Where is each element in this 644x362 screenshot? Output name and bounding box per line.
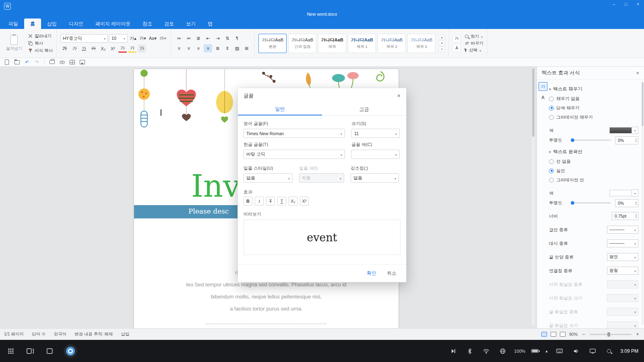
outline-option-solid[interactable]: 실선 xyxy=(549,166,638,175)
font-color-select[interactable] xyxy=(351,150,400,159)
join-type-select[interactable]: 원형 xyxy=(607,267,638,275)
shading-button[interactable]: ▨ xyxy=(233,44,241,52)
battery-icon[interactable] xyxy=(531,349,539,353)
table-icon[interactable] xyxy=(69,60,75,65)
superscript-button[interactable]: X² xyxy=(109,45,117,53)
outline-view-icon[interactable] xyxy=(560,332,566,337)
keyboard-icon[interactable] xyxy=(554,346,565,356)
paste-button[interactable]: 붙여넣기 xyxy=(4,33,25,53)
cancel-button[interactable]: 취소 xyxy=(387,270,396,277)
radio-icon[interactable] xyxy=(549,106,554,111)
show-marks-button[interactable]: ¶ xyxy=(233,34,241,42)
numbering-button[interactable]: ≕ xyxy=(184,34,193,42)
text-effects-icon[interactable] xyxy=(452,35,461,43)
style-item-heading1[interactable]: 가나다AaB 제목 1 xyxy=(348,34,376,53)
text-fill-tab-icon[interactable]: 가 xyxy=(539,82,547,91)
font-family-select[interactable]: HY중고딕 xyxy=(60,34,108,43)
find-button[interactable]: 찾기 xyxy=(465,34,483,39)
network-globe-icon[interactable] xyxy=(497,346,508,356)
tab-view[interactable]: 보기 xyxy=(180,19,202,29)
clock[interactable]: 3:09 PM xyxy=(620,348,638,354)
clear-formatting-button[interactable]: 가× xyxy=(159,34,167,42)
effect-strikethrough-toggle[interactable]: T xyxy=(266,197,275,206)
effect-bold-toggle[interactable]: B xyxy=(244,197,252,206)
korean-font-select[interactable]: 바탕 고딕 xyxy=(244,150,345,159)
slider-handle[interactable] xyxy=(571,201,574,205)
borders-button[interactable]: ⊞ xyxy=(242,44,251,52)
tab-file[interactable]: 파일 xyxy=(2,19,24,29)
media-next-icon[interactable] xyxy=(448,346,458,356)
tab-home[interactable]: 홈 xyxy=(24,19,41,29)
outline-transparency-value[interactable]: 0% xyxy=(615,199,638,207)
slider-handle[interactable] xyxy=(571,138,574,142)
fill-option-none[interactable]: 채우기 없음 xyxy=(549,94,638,103)
line-spacing-button[interactable]: ⇕ xyxy=(223,44,231,52)
print-layout-view-icon[interactable] xyxy=(541,332,547,337)
effect-subscript-toggle[interactable]: X₂ xyxy=(289,197,297,206)
increase-indent-button[interactable]: ⇥ xyxy=(213,34,222,42)
decrease-indent-button[interactable]: ⇤ xyxy=(204,34,212,42)
character-shading-button[interactable]: 가 xyxy=(138,45,146,53)
tab-extra[interactable]: 탭 xyxy=(202,19,219,29)
replace-button[interactable]: 바꾸기 xyxy=(465,41,483,46)
font-color-button[interactable]: 가 xyxy=(118,45,127,53)
align-center-button[interactable]: ≡ xyxy=(184,44,193,52)
language[interactable]: 한국어 xyxy=(54,331,66,337)
align-left-button[interactable]: ≡ xyxy=(175,44,183,52)
multilevel-list-button[interactable]: ≣ xyxy=(194,34,202,42)
scrollbar-thumb[interactable] xyxy=(532,68,535,137)
select-button[interactable]: 선택 xyxy=(465,47,483,53)
align-right-button[interactable]: ≡ xyxy=(194,44,202,52)
color-dropdown-button[interactable] xyxy=(632,189,638,197)
volume-icon[interactable] xyxy=(571,346,581,356)
zoom-out-button[interactable]: − xyxy=(581,331,586,337)
copy-button[interactable]: 복사 xyxy=(28,41,53,46)
outline-option-gradient[interactable]: 그라데이션 선 xyxy=(549,175,638,185)
text-fill-section-header[interactable]: 텍스트 채우기 xyxy=(549,84,638,94)
color-dropdown-button[interactable] xyxy=(632,127,638,134)
strikethrough-button[interactable]: 가 xyxy=(89,45,98,53)
dash-type-select[interactable]: ───── xyxy=(607,239,638,247)
zoom-level[interactable]: 90% xyxy=(569,332,578,337)
fill-transparency-slider[interactable] xyxy=(571,140,611,141)
zoom-slider-handle[interactable] xyxy=(607,332,610,337)
styles-scroll-up-button[interactable] xyxy=(439,35,445,40)
shrink-font-button[interactable]: 가▾ xyxy=(138,34,147,42)
picture-icon[interactable] xyxy=(79,60,85,65)
dialog-tab-advanced[interactable]: 고급 xyxy=(322,103,406,115)
fill-option-gradient[interactable]: 그라데이션 채우기 xyxy=(549,113,638,122)
highlight-color-button[interactable]: 가 xyxy=(128,45,136,53)
fill-color-picker[interactable] xyxy=(609,127,638,134)
tab-references[interactable]: 참조 xyxy=(136,19,158,29)
print-preview-icon[interactable] xyxy=(59,60,65,65)
subscript-button[interactable]: X₂ xyxy=(99,45,107,53)
change-case-button[interactable]: Aa▾ xyxy=(148,34,157,42)
fill-option-solid[interactable]: 단색 채우기 xyxy=(549,103,638,113)
style-item-no-spacing[interactable]: 가나다AaB 간격 없음 xyxy=(288,34,316,53)
panel-close-button[interactable]: × xyxy=(636,70,639,76)
printer-icon[interactable] xyxy=(49,60,55,65)
styles-more-button[interactable] xyxy=(439,47,445,52)
effect-italic-toggle[interactable]: I xyxy=(255,197,264,206)
compound-type-select[interactable]: ───── xyxy=(607,226,638,234)
task-view-icon[interactable] xyxy=(25,346,35,356)
distribute-button[interactable]: ≣ xyxy=(213,44,222,52)
format-painter-button[interactable]: 서식 복사 xyxy=(28,48,53,53)
radio-icon[interactable] xyxy=(549,178,554,183)
outline-option-none[interactable]: 선 없음 xyxy=(549,157,638,166)
radio-icon[interactable] xyxy=(549,169,554,173)
underline-style-select[interactable]: 없음 xyxy=(244,173,293,183)
tab-insert[interactable]: 삽입 xyxy=(41,19,63,29)
page-count[interactable]: 1/1 페이지 xyxy=(4,331,24,337)
new-document-icon[interactable] xyxy=(4,60,10,65)
fill-transparency-value[interactable]: 0% xyxy=(615,136,638,144)
style-item-title[interactable]: 가나다AaB 제목 xyxy=(318,34,346,53)
style-item-heading2[interactable]: 가나다AaB 제목 2 xyxy=(378,34,406,53)
dialog-close-button[interactable]: × xyxy=(397,93,400,99)
justify-button[interactable]: ≡ xyxy=(204,44,212,52)
stepper-arrows-icon[interactable] xyxy=(635,138,637,143)
tab-design[interactable]: 디자인 xyxy=(63,19,89,29)
bold-button[interactable]: 가 xyxy=(60,45,69,53)
bluetooth-icon[interactable] xyxy=(464,346,475,356)
styles-scroll-down-button[interactable] xyxy=(439,41,445,46)
